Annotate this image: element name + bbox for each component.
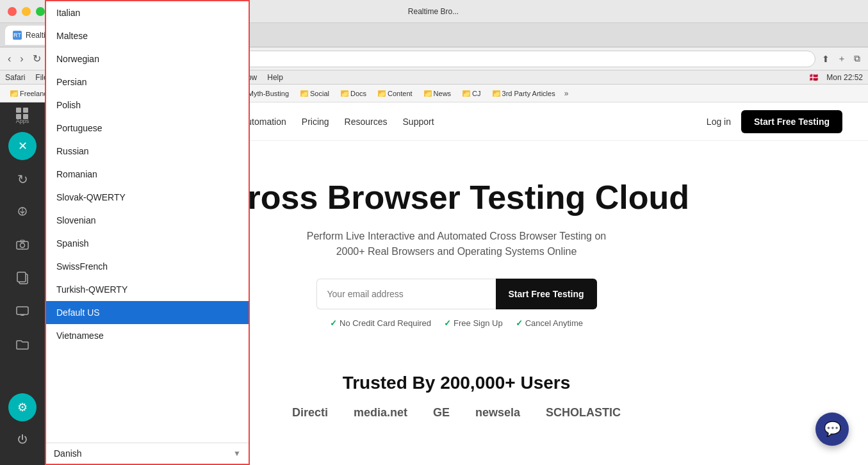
language-item-russian[interactable]: Russian [46,140,249,163]
monitor-btn[interactable] [8,298,37,327]
header-cta-button[interactable]: Start Free Testing [741,110,842,133]
bookmark-label: 3rd Party Articles [502,90,555,97]
bookmark-label: Docs [350,90,366,97]
folder-icon: 📁 [10,90,18,97]
bookmark-label: News [434,90,452,97]
camera-icon [16,240,29,253]
nav-pricing[interactable]: Pricing [302,117,329,127]
gear-icon: ⚙ [17,400,28,414]
bookmark-docs[interactable]: 📁 Docs [336,88,372,99]
power-btn[interactable] [8,427,37,455]
folder-icon: 📁 [341,90,348,97]
bug-icon [16,205,29,221]
folder-btn[interactable] [8,332,37,360]
header-right: Log in Start Free Testing [707,110,842,133]
nav-support[interactable]: Support [403,117,434,127]
settings-btn[interactable]: ⚙ [8,393,37,421]
window-close-btn[interactable] [8,7,17,16]
svg-point-3 [20,243,25,247]
badge-label-2: Free Sign Up [454,318,503,328]
copy-icon [17,272,28,288]
folder-icon: 📁 [300,90,308,97]
bug-btn[interactable] [8,199,37,227]
close-icon: ✕ [18,139,28,153]
footer-language-label: Danish [54,448,82,459]
menu-safari[interactable]: Safari [5,73,25,82]
folder-icon: 📁 [493,90,500,97]
language-item-slovak[interactable]: Slovak-QWERTY [46,186,249,209]
check-icon-2: ✓ [444,318,451,328]
window-title: Realtime Bro... [408,7,459,16]
language-list[interactable]: Italian Maltese Norwegian Persian Polish… [46,102,249,443]
badge-no-credit: ✓ No Credit Card Required [330,318,431,328]
badge-free-signup: ✓ Free Sign Up [444,318,503,328]
bookmark-3rdparty[interactable]: 📁 3rd Party Articles [487,88,561,99]
folder-icon [16,339,29,353]
language-item-portuguese[interactable]: Portuguese [46,117,249,140]
svg-rect-6 [17,272,26,282]
bookmark-content[interactable]: 📁 Content [373,88,418,99]
bookmark-label: Content [388,90,413,97]
login-link[interactable]: Log in [707,117,731,127]
apps-button[interactable]: Apps [16,108,29,124]
language-item-polish[interactable]: Polish [46,102,249,117]
chat-icon: 💬 [824,421,841,437]
browser-window: Realtime Bro... RT Realtime Bro... ‹ › ↻… [0,0,868,465]
chat-button[interactable]: 💬 [815,412,849,446]
share-btn[interactable]: ⬆ [819,51,832,67]
camera-btn[interactable] [8,232,37,260]
close-session-btn[interactable]: ✕ [8,132,37,160]
clock-time: Mon 22:52 [826,73,863,82]
check-icon-1: ✓ [330,318,337,328]
dropdown-footer[interactable]: Danish ▼ [46,443,249,464]
monitor-icon [16,306,29,320]
sidebar-toggle-btn[interactable]: ⧉ [851,51,863,67]
logo-ge: GE [433,406,450,420]
chevron-down-icon: ▼ [233,449,241,458]
tab-favicon: RT [13,31,22,40]
language-item-swissfrench[interactable]: SwissFrench [46,255,249,278]
language-item-defaultus[interactable]: Default US [46,301,249,324]
back-btn[interactable]: ‹ [5,51,13,67]
language-item-romanian[interactable]: Romanian [46,163,249,186]
hero-cta-button[interactable]: Start Free Testing [496,279,597,309]
svg-rect-7 [17,307,28,314]
bookmark-social[interactable]: 📁 Social [295,88,334,99]
content-area: Apps ✕ ↻ [0,102,868,465]
check-icon-3: ✓ [516,318,523,328]
forward-btn[interactable]: › [17,51,26,67]
language-item-spanish[interactable]: Spanish [46,232,249,255]
bookmark-news[interactable]: 📁 News [419,88,457,99]
bookmarks-overflow[interactable]: » [564,89,569,98]
nav-resources[interactable]: Resources [345,117,388,127]
rotate-icon: ↻ [17,172,28,187]
menu-help[interactable]: Help [267,73,283,82]
language-item-turkish[interactable]: Turkish-QWERTY [46,278,249,301]
reload-btn[interactable]: ↻ [30,50,44,67]
badge-label-3: Cancel Anytime [525,318,583,328]
sidebar: Apps ✕ ↻ [0,102,45,465]
badge-cancel: ✓ Cancel Anytime [516,318,583,328]
copy-btn[interactable] [8,265,37,293]
logo-scholastic: SCHOLASTIC [546,406,621,420]
window-min-btn[interactable] [22,7,31,16]
bookmark-cj[interactable]: 📁 CJ [457,88,486,99]
power-icon [17,434,28,448]
bookmark-label: Social [310,90,329,97]
language-item-vietnamese[interactable]: Vietnamese [46,324,249,347]
folder-icon: 📁 [463,90,470,97]
rotate-btn[interactable]: ↻ [8,165,37,193]
bookmark-label: Myth-Busting [248,90,289,97]
logo-directi: Directi [292,406,328,420]
keyboard-language-dropdown: Italian Maltese Norwegian Persian Polish… [45,102,250,465]
sidebar-top: ✕ ↻ [8,127,37,391]
new-tab-btn[interactable]: ＋ [835,51,849,67]
language-item-slovenian[interactable]: Slovenian [46,209,249,232]
apps-label: Apps [16,118,29,124]
email-input[interactable] [316,279,496,309]
bookmark-label: CJ [472,90,480,97]
clock: 🇩🇰 [809,73,819,82]
folder-icon: 📁 [424,90,432,97]
window-max-btn[interactable] [36,7,45,16]
logo-newsela: newsela [475,406,520,420]
